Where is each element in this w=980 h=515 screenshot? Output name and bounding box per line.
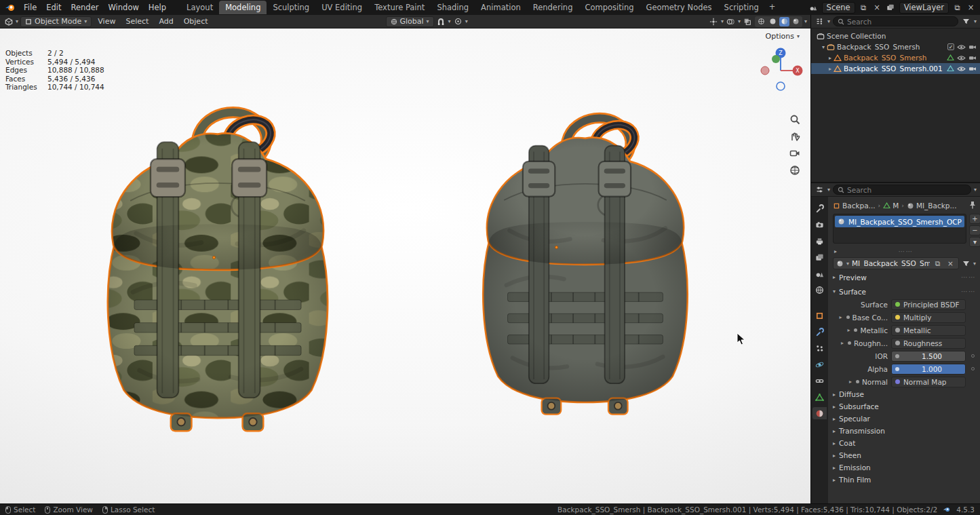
normal-field[interactable]: Normal Map (891, 377, 966, 387)
tab-view-layer[interactable] (812, 251, 827, 263)
tab-compositing[interactable]: Compositing (579, 1, 640, 14)
outliner-search[interactable] (833, 16, 958, 26)
gizmo-y-axis[interactable] (772, 55, 780, 63)
shading-chevron-icon[interactable]: ▾ (804, 18, 807, 24)
tab-object[interactable] (812, 309, 827, 322)
menu-help[interactable]: Help (144, 1, 171, 14)
menu-window[interactable]: Window (103, 1, 143, 14)
shading-rendered-icon[interactable] (791, 17, 801, 26)
properties-search-input[interactable] (847, 186, 966, 194)
overlays-icon[interactable] (726, 16, 736, 26)
panel-sheen[interactable]: ▸Sheen (833, 449, 976, 461)
row-expand-icon[interactable]: ▸ (840, 340, 845, 346)
slot-footer-expand-icon[interactable]: ▸ (834, 248, 837, 254)
row-expand-icon[interactable]: ▸ (846, 327, 851, 333)
tab-modifiers[interactable] (812, 326, 827, 338)
menu-file[interactable]: File (19, 1, 41, 14)
object-expand-icon[interactable]: ▸ (829, 55, 831, 61)
menu-select[interactable]: Select (121, 16, 153, 26)
ior-slider[interactable]: 1.500 (891, 351, 966, 362)
panel-thin-film[interactable]: ▸Thin Film (833, 474, 976, 486)
new-view-layer-button[interactable]: ⧉ (952, 3, 962, 13)
transform-orientation-dropdown[interactable]: Global ▾ (386, 16, 434, 27)
zoom-tool-icon[interactable] (789, 114, 800, 125)
tab-uv-editing[interactable]: UV Editing (315, 1, 368, 14)
tab-tool[interactable] (812, 202, 827, 214)
view-layer-selector[interactable]: ViewLayer (899, 2, 949, 14)
properties-editor-chevron-icon[interactable]: ▾ (827, 187, 830, 193)
collection-expand-icon[interactable]: ▾ (822, 44, 825, 50)
panel-transmission[interactable]: ▸Transmission (833, 425, 976, 437)
decorator-icon[interactable] (971, 367, 975, 370)
viewport-canvas[interactable]: Objects2 / 2 Vertices5,494 / 5,494 Edges… (0, 28, 810, 503)
tab-rendering[interactable]: Rendering (527, 1, 579, 14)
outliner-row-object-2[interactable]: ▸ Backpack_SSO_Smersh.001 (811, 63, 980, 74)
duplicate-material-icon[interactable]: ⧉ (933, 259, 943, 269)
gizmo-neg-x-axis[interactable] (761, 66, 769, 75)
disable-render-camera-icon[interactable] (968, 44, 977, 50)
backpack-gray-object[interactable] (439, 103, 731, 419)
ortho-grid-icon[interactable] (789, 165, 800, 176)
add-workspace-button[interactable]: + (765, 1, 780, 14)
backpack-camo-object[interactable] (70, 96, 366, 436)
tab-scripting[interactable]: Scripting (718, 1, 765, 14)
outliner-row-object-1[interactable]: ▸ Backpack_SSO_Smersh (811, 52, 980, 63)
slot-footer-grip[interactable]: ⋯⋯ (899, 248, 914, 255)
snap-magnet-icon[interactable] (436, 16, 446, 26)
metallic-field[interactable]: Metallic (891, 325, 966, 336)
new-scene-button[interactable]: ⧉ (859, 3, 869, 13)
tab-physics[interactable] (812, 358, 827, 370)
tab-geometry-nodes[interactable]: Geometry Nodes (640, 1, 718, 14)
snap-chevron-icon[interactable]: ▾ (448, 18, 451, 24)
blender-logo-icon[interactable] (4, 3, 16, 12)
outliner-filter-chevron-icon[interactable]: ▾ (974, 18, 977, 24)
tab-output[interactable] (812, 235, 827, 247)
tab-sculpting[interactable]: Sculpting (267, 1, 315, 14)
tab-scene[interactable] (812, 267, 827, 280)
tab-constraints[interactable] (812, 375, 827, 387)
hide-eye-icon[interactable] (957, 44, 966, 50)
shading-wireframe-icon[interactable] (756, 17, 766, 26)
hide-eye-icon[interactable] (957, 55, 966, 61)
material-datablock-field[interactable]: ▾ ⧉ × (833, 257, 959, 269)
tab-material[interactable] (812, 407, 827, 419)
add-slot-button[interactable]: + (969, 214, 980, 224)
material-filter-chevron-icon[interactable]: ▾ (973, 261, 976, 267)
pan-hand-icon[interactable] (789, 131, 800, 142)
unlink-scene-button[interactable]: × (872, 3, 882, 13)
tab-animation[interactable]: Animation (475, 1, 527, 14)
disable-render-camera-icon[interactable] (968, 66, 977, 72)
material-filter-icon[interactable] (961, 259, 971, 269)
tab-modeling[interactable]: Modeling (219, 1, 267, 14)
object-expand-icon[interactable]: ▸ (829, 66, 831, 72)
editor-type-chevron-icon[interactable]: ▾ (16, 18, 18, 24)
options-button[interactable]: Options ▾ (766, 32, 800, 41)
menu-render[interactable]: Render (66, 1, 104, 14)
disable-render-camera-icon[interactable] (968, 55, 977, 61)
properties-editor-icon[interactable] (815, 185, 825, 195)
scene-selector[interactable]: Scene (822, 2, 855, 14)
base-color-field[interactable]: Multiply (891, 312, 966, 323)
tab-world[interactable] (812, 284, 827, 296)
shading-solid-icon[interactable] (768, 17, 778, 26)
browse-material-chevron-icon[interactable]: ▾ (846, 261, 849, 267)
remove-slot-button[interactable]: − (969, 225, 980, 235)
properties-search[interactable] (833, 185, 971, 195)
menu-view[interactable]: View (94, 16, 119, 26)
properties-options-chevron-icon[interactable]: ▾ (974, 187, 977, 193)
roughness-field[interactable]: Roughness (891, 338, 966, 349)
panel-coat[interactable]: ▸Coat (833, 437, 976, 449)
menu-add[interactable]: Add (155, 16, 177, 26)
breadcrumb-object[interactable]: Backpa... (833, 202, 876, 210)
panel-emission[interactable]: ▸Emission (833, 461, 976, 474)
panel-specular[interactable]: ▸Specular (833, 413, 976, 425)
xray-toggle-icon[interactable] (743, 16, 753, 26)
panel-grip[interactable]: ⋯⋯ (961, 273, 976, 281)
shading-material-icon[interactable] (779, 17, 789, 26)
panel-preview[interactable]: ▸ Preview ⋯⋯ (833, 271, 976, 284)
surface-shader-field[interactable]: Principled BSDF (891, 299, 966, 310)
tab-texture-paint[interactable]: Texture Paint (368, 1, 431, 14)
panel-subsurface[interactable]: ▸Subsurface (833, 400, 976, 413)
proportional-editing-icon[interactable] (453, 16, 463, 26)
editor-type-icon[interactable] (3, 16, 14, 26)
